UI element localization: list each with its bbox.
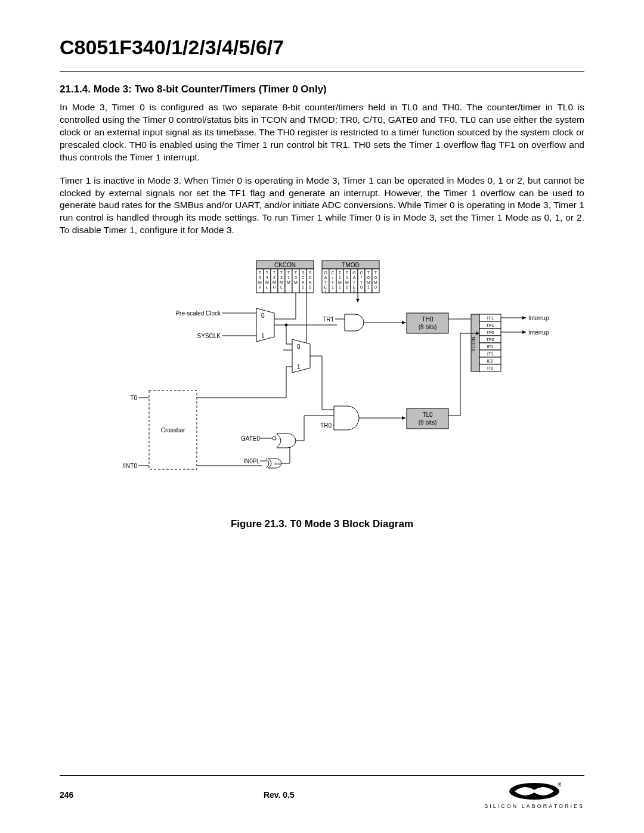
svg-text:IE1: IE1 xyxy=(487,345,494,349)
svg-text:C: C xyxy=(331,271,334,275)
svg-text:T: T xyxy=(367,271,370,275)
sysclk-label: SYSCLK xyxy=(197,333,221,339)
svg-text:S: S xyxy=(309,271,312,275)
svg-text:G: G xyxy=(352,271,355,275)
svg-text:(8 bits): (8 bits) xyxy=(419,419,437,426)
svg-text:IE0: IE0 xyxy=(487,359,494,363)
svg-text:TCON: TCON xyxy=(470,336,476,352)
svg-text:T: T xyxy=(324,280,327,284)
svg-text:0: 0 xyxy=(374,275,377,280)
svg-text:IT1: IT1 xyxy=(487,352,493,356)
svg-text:2: 2 xyxy=(280,275,283,280)
svg-text:1: 1 xyxy=(261,333,265,339)
svg-text:1: 1 xyxy=(324,290,327,294)
svg-text:IT0: IT0 xyxy=(487,366,493,370)
svg-text:TR1: TR1 xyxy=(486,323,494,327)
svg-text:A: A xyxy=(302,280,305,284)
mux-1: 0 1 xyxy=(256,308,274,342)
svg-text:TF1: TF1 xyxy=(487,316,494,320)
svg-text:M: M xyxy=(258,280,262,284)
svg-text:A: A xyxy=(309,280,312,284)
svg-text:M: M xyxy=(273,280,276,284)
tcon-register: TCON TF1TR1TF0TR0IE1IT1IE0IT0 xyxy=(470,314,501,371)
svg-text:1: 1 xyxy=(367,285,370,289)
block-diagram-svg: CKCON T3MHT3MLT2MHT2MLT1MT0MSCA1SCA0 TMO… xyxy=(95,255,549,505)
t0-label: T0 xyxy=(130,395,137,401)
svg-text:T: T xyxy=(339,271,342,275)
svg-text:T: T xyxy=(332,280,335,284)
svg-text:H: H xyxy=(273,285,275,289)
svg-text:M: M xyxy=(338,280,342,284)
doc-title: C8051F340/1/2/3/4/5/6/7 xyxy=(60,36,584,59)
paragraph-1: In Mode 3, Timer 0 is configured as two … xyxy=(60,101,584,164)
gate0-label: GATE0 xyxy=(241,435,260,442)
svg-text:E: E xyxy=(324,285,327,289)
svg-text:(8 bits): (8 bits) xyxy=(419,324,437,330)
svg-text:0: 0 xyxy=(309,285,311,289)
svg-text:1: 1 xyxy=(332,285,334,289)
svg-text:0: 0 xyxy=(261,312,265,319)
svg-text:M: M xyxy=(294,280,298,284)
figure-caption: Figure 21.3. T0 Mode 3 Block Diagram xyxy=(60,518,584,530)
svg-text:C: C xyxy=(360,271,363,275)
page-footer: 246 Rev. 0.5 ® SILICON LABORATORIES xyxy=(60,775,584,809)
int0-label: /INT0 xyxy=(123,463,138,469)
xor-gate: XOR xyxy=(266,459,281,468)
svg-text:XOR: XOR xyxy=(274,462,281,466)
svg-text:0: 0 xyxy=(346,285,348,289)
svg-point-112 xyxy=(273,436,276,440)
svg-text:T: T xyxy=(273,271,276,275)
svg-text:M: M xyxy=(280,280,283,284)
svg-text:M: M xyxy=(367,280,370,284)
svg-text:C: C xyxy=(308,275,311,280)
svg-text:A: A xyxy=(324,275,327,280)
and-gate-1 xyxy=(345,314,364,331)
svg-text:M: M xyxy=(345,280,349,284)
mux-2: 0 1 xyxy=(292,339,310,373)
svg-text:1: 1 xyxy=(346,275,348,280)
section-heading: 21.1.4. Mode 3: Two 8-bit Counter/Timers… xyxy=(60,83,584,95)
svg-text:TMOD: TMOD xyxy=(342,262,359,268)
svg-text:TH0: TH0 xyxy=(422,316,434,323)
svg-text:0: 0 xyxy=(360,285,363,289)
tl0-block: TL0 (8 bits) xyxy=(407,408,448,429)
svg-text:/: / xyxy=(361,275,362,280)
svg-text:1: 1 xyxy=(339,275,341,280)
svg-text:T: T xyxy=(360,280,363,284)
svg-text:TF0: TF0 xyxy=(487,330,494,335)
svg-text:C: C xyxy=(301,275,304,280)
svg-text:M: M xyxy=(287,280,290,284)
svg-text:A: A xyxy=(353,275,356,280)
svg-text:T: T xyxy=(374,271,377,275)
in0pl-label: IN0PL xyxy=(243,458,260,465)
svg-text:T: T xyxy=(287,271,290,275)
svg-text:S: S xyxy=(302,271,305,275)
svg-text:1: 1 xyxy=(297,364,301,370)
revision: Rev. 0.5 xyxy=(264,790,295,800)
svg-text:1: 1 xyxy=(339,285,341,289)
prescaled-clock-label: Pre-scaled Clock xyxy=(175,310,221,317)
svg-text:T: T xyxy=(259,271,262,275)
svg-text:M: M xyxy=(374,280,377,284)
svg-text:2: 2 xyxy=(273,275,275,280)
svg-text:T: T xyxy=(280,271,283,275)
crossbar-label: Crossbar xyxy=(161,427,185,433)
silicon-labs-logo: ® SILICON LABORATORIES xyxy=(484,781,584,809)
and-gate-2 xyxy=(334,406,359,430)
svg-text:E: E xyxy=(353,285,356,289)
figure-21-3: CKCON T3MHT3MLT2MHT2MLT1MT0MSCA1SCA0 TMO… xyxy=(60,255,584,530)
svg-text:0: 0 xyxy=(295,275,297,280)
svg-text:1: 1 xyxy=(287,275,290,280)
or-gate xyxy=(277,433,296,448)
svg-text:TR0: TR0 xyxy=(486,337,494,342)
svg-text:M: M xyxy=(265,280,269,284)
svg-text:T: T xyxy=(346,271,349,275)
interrupt-label-1: Interrupt xyxy=(528,315,549,321)
svg-text:0: 0 xyxy=(353,290,355,294)
svg-text:T: T xyxy=(353,280,356,284)
tr1-label: TR1 xyxy=(323,316,334,323)
paragraph-2: Timer 1 is inactive in Mode 3. When Time… xyxy=(60,175,584,237)
header-rule xyxy=(60,71,584,72)
page-number: 246 xyxy=(60,790,73,800)
svg-text:T: T xyxy=(266,271,269,275)
